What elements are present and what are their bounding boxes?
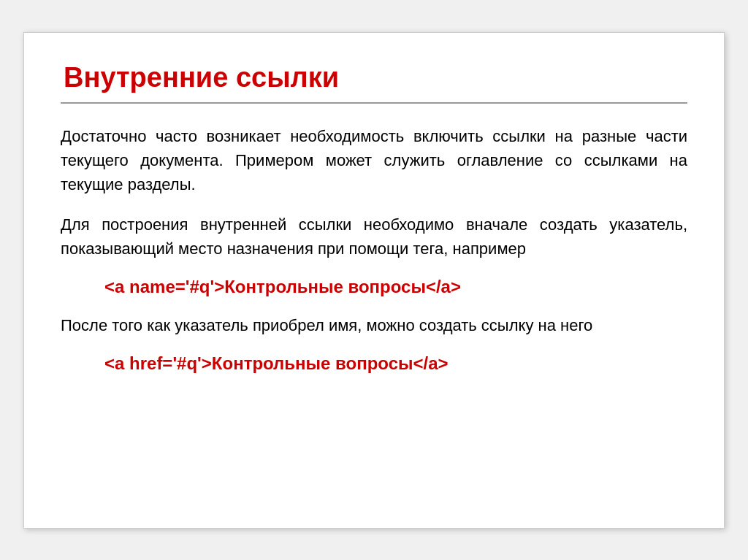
code-example-2: <a href='#q'>Контрольные вопросы</a> xyxy=(61,353,687,374)
slide-container: Внутренние ссылки Достаточно часто возни… xyxy=(23,32,725,529)
title-divider xyxy=(61,102,687,104)
slide-title: Внутренние ссылки xyxy=(61,62,687,93)
paragraph-3: После того как указатель приобрел имя, м… xyxy=(61,313,687,337)
paragraph-2: Для построения внутренней ссылки необход… xyxy=(61,212,687,261)
paragraph-1: Достаточно часто возникает необходимость… xyxy=(61,124,687,196)
code-example-1: <a name='#q'>Контрольные вопросы</a> xyxy=(61,277,687,297)
